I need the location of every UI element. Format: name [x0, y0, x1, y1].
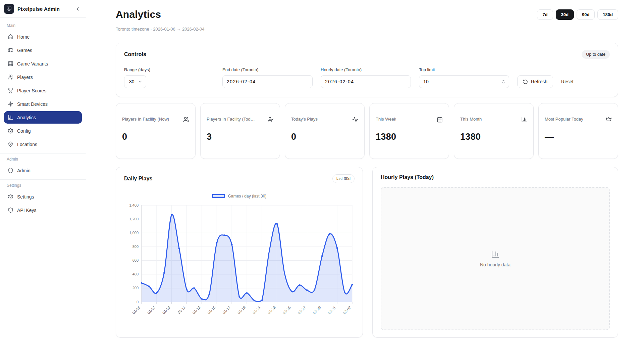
field-label: Range (days) — [124, 67, 214, 72]
chart-legend[interactable]: Games / day (last 30) — [124, 194, 355, 199]
stats-row: Players In Facility (Now) 0 Players In F… — [116, 103, 618, 159]
field-label: End date (Toronto) — [222, 67, 313, 72]
end-date-field: End date (Toronto) — [222, 67, 313, 88]
app-logo — [4, 4, 14, 14]
sidebar-divider — [0, 153, 86, 153]
stat-value: 1380 — [460, 132, 527, 142]
svg-text:01-09: 01-09 — [162, 305, 171, 315]
sidebar-item-analytics[interactable]: Analytics — [4, 111, 82, 124]
shield-icon — [8, 168, 13, 173]
empty-state-message: No hourly data — [480, 262, 511, 267]
sidebar-nav: Main Home Games Game Variants Players Pl… — [0, 18, 86, 219]
sidebar-section-main: Main — [7, 23, 79, 28]
grid-icon — [8, 61, 13, 67]
main-content: Analytics 7d 30d 90d 180d Toronto timezo… — [86, 0, 644, 338]
sidebar-item-label: Players — [17, 75, 33, 80]
svg-text:01-11: 01-11 — [177, 305, 186, 315]
sidebar-item-label: Player Scores — [17, 88, 46, 93]
home-icon — [8, 34, 13, 40]
stat-card-this-month: This Month 1380 — [454, 103, 534, 159]
sidebar-item-games[interactable]: Games — [4, 44, 82, 56]
range-days-value: 30 — [129, 79, 135, 84]
top-limit-input[interactable] — [419, 75, 509, 88]
range-button-7d[interactable]: 7d — [537, 9, 553, 20]
svg-text:02-02: 02-02 — [342, 305, 352, 315]
svg-text:200: 200 — [132, 286, 139, 290]
map-pin-icon — [8, 141, 13, 147]
svg-text:1,400: 1,400 — [129, 203, 139, 207]
sidebar-item-api-keys[interactable]: API Keys — [4, 204, 82, 216]
calendar-icon — [437, 117, 443, 123]
daily-plays-card: Daily Plays last 30d Games / day (last 3… — [116, 167, 363, 338]
field-label: Top limit — [419, 67, 509, 72]
sidebar-collapse-button[interactable] — [73, 4, 82, 13]
range-days-select[interactable]: 30 — [124, 75, 146, 88]
stat-label: Players In Facility (Now) — [122, 117, 169, 122]
svg-text:1,200: 1,200 — [129, 217, 139, 221]
sidebar-section-settings: Settings — [7, 183, 79, 188]
sidebar-section-admin: Admin — [7, 157, 79, 162]
gear-icon — [8, 128, 13, 134]
svg-text:01-15: 01-15 — [207, 305, 216, 315]
sidebar-item-config[interactable]: Config — [4, 125, 82, 137]
sidebar-item-home[interactable]: Home — [4, 31, 82, 43]
refresh-button[interactable]: Refresh — [517, 75, 553, 88]
daily-plays-chart: 02004006008001,0001,2001,40001-0501-0701… — [124, 201, 355, 323]
svg-text:01-13: 01-13 — [192, 305, 201, 315]
svg-text:01-23: 01-23 — [267, 305, 276, 315]
legend-label: Games / day (last 30) — [228, 194, 267, 199]
page-title: Analytics — [116, 9, 161, 20]
range-button-90d[interactable]: 90d — [577, 9, 595, 20]
chevron-down-icon — [138, 79, 143, 84]
svg-text:01-29: 01-29 — [312, 305, 321, 315]
stat-label: Most Popular Today — [545, 117, 583, 122]
reset-button[interactable]: Reset — [559, 79, 576, 84]
sidebar-item-label: Admin — [17, 168, 31, 173]
sidebar-item-game-variants[interactable]: Game Variants — [4, 57, 82, 70]
svg-text:01-27: 01-27 — [297, 305, 306, 315]
range-button-180d[interactable]: 180d — [597, 9, 618, 20]
svg-text:01-17: 01-17 — [222, 305, 231, 315]
hourly-empty-state: No hourly data — [381, 187, 610, 330]
refresh-icon — [523, 79, 528, 84]
svg-text:1,000: 1,000 — [129, 231, 139, 235]
activity-icon — [352, 117, 358, 123]
stat-value: 0 — [291, 132, 358, 142]
sidebar-item-settings[interactable]: Settings — [4, 190, 82, 203]
end-date-input[interactable] — [222, 75, 313, 88]
chevrons-up-down-icon[interactable] — [501, 79, 506, 84]
page-header: Analytics 7d 30d 90d 180d — [116, 9, 618, 20]
sidebar-item-smart-devices[interactable]: Smart Devices — [4, 98, 82, 110]
svg-text:01-07: 01-07 — [147, 305, 156, 315]
svg-text:01-19: 01-19 — [237, 305, 246, 315]
app-title: Pixelpulse Admin — [17, 6, 70, 12]
svg-text:01-31: 01-31 — [327, 305, 336, 315]
sidebar-item-locations[interactable]: Locations — [4, 138, 82, 150]
hourly-plays-title: Hourly Plays (Today) — [381, 174, 434, 180]
top-limit-field: Top limit — [419, 67, 509, 88]
range-button-30d[interactable]: 30d — [556, 9, 574, 20]
sidebar-item-label: Smart Devices — [17, 101, 48, 107]
stat-label: This Month — [460, 117, 482, 122]
users-icon — [183, 117, 189, 123]
chevron-left-icon — [75, 6, 80, 12]
timezone-range-subtitle: Toronto timezone · 2026-01-06 → 2026-02-… — [116, 27, 618, 32]
sidebar-item-admin[interactable]: Admin — [4, 164, 82, 177]
column-chart-icon — [521, 117, 527, 123]
hourly-date-input[interactable] — [321, 75, 411, 88]
stat-card-players-now: Players In Facility (Now) 0 — [116, 103, 196, 159]
gear-icon — [8, 194, 13, 200]
controls-card: Controls Up to date Range (days) 30 End … — [116, 43, 618, 97]
sidebar-item-player-scores[interactable]: Player Scores — [4, 84, 82, 97]
sidebar-item-label: API Keys — [17, 208, 37, 213]
last-30d-badge: last 30d — [332, 174, 355, 183]
sidebar-item-players[interactable]: Players — [4, 71, 82, 83]
svg-text:800: 800 — [132, 245, 139, 249]
sidebar-item-label: Games — [17, 48, 32, 53]
users-icon — [8, 74, 13, 80]
trophy-icon — [8, 88, 13, 93]
sidebar-item-label: Config — [17, 128, 31, 134]
svg-text:01-21: 01-21 — [252, 305, 261, 315]
sidebar: Pixelpulse Admin Main Home Games Game Va… — [0, 0, 86, 351]
range-button-group: 7d 30d 90d 180d — [537, 9, 618, 20]
